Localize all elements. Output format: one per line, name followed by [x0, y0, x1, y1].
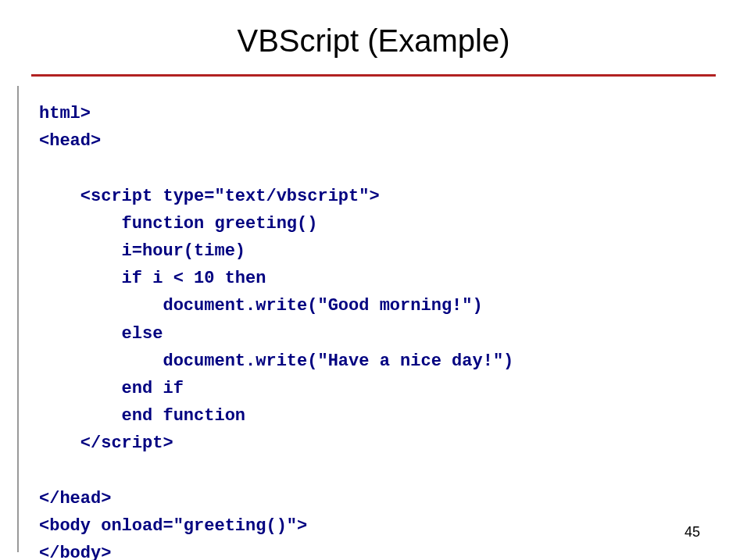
- code-block: html> <head> <script type="text/vbscript…: [31, 100, 716, 560]
- slide-container: VBScript (Example) html> <head> <script …: [0, 0, 747, 560]
- title-divider: [31, 74, 716, 77]
- slide-title: VBScript (Example): [31, 23, 716, 59]
- page-number: 45: [684, 524, 700, 540]
- left-vertical-bar: [17, 86, 19, 552]
